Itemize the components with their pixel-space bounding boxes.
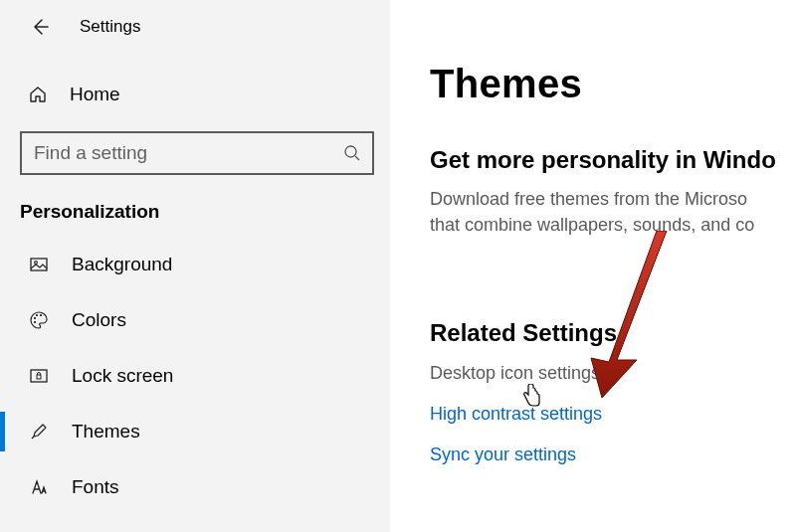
svg-rect-2 [31,259,47,270]
paintbrush-icon [28,422,50,442]
app-title: Settings [80,17,140,37]
sidebar-item-themes[interactable]: Themes [0,404,390,459]
sidebar-item-background[interactable]: Background [0,237,390,292]
svg-point-7 [34,321,36,323]
svg-rect-8 [31,370,47,382]
back-button[interactable] [28,15,52,39]
svg-point-3 [35,262,38,265]
svg-line-1 [355,156,359,160]
svg-point-5 [36,314,38,316]
svg-rect-9 [37,375,41,379]
sidebar-item-label: Fonts [72,476,119,498]
section-header: Personalization [0,175,390,237]
sidebar-item-lock-screen[interactable]: Lock screen [0,348,390,404]
sidebar-item-label: Themes [72,421,140,443]
svg-point-0 [345,146,356,157]
link-desktop-icon-settings[interactable]: Desktop icon settings [430,363,796,384]
palette-icon [28,310,50,330]
page-title: Themes [430,62,796,106]
store-description-line: that combine wallpapers, sounds, and co [430,212,796,238]
sidebar-item-label: Lock screen [72,365,173,387]
arrow-left-icon [30,17,50,37]
svg-point-4 [34,317,36,319]
main-content: Themes Get more personality in Windo Dow… [390,0,796,485]
link-high-contrast-settings[interactable]: High contrast settings [430,404,796,425]
font-icon [28,477,50,497]
sidebar: Settings Home Personalization Background… [0,0,390,532]
home-nav-item[interactable]: Home [0,72,390,117]
home-label: Home [70,84,120,105]
picture-icon [28,255,50,274]
search-icon [332,143,372,163]
search-input[interactable] [22,142,332,164]
sidebar-item-fonts[interactable]: Fonts [0,459,390,515]
link-sync-your-settings[interactable]: Sync your settings [430,444,796,465]
store-description-line: Download free themes from the Microso [430,186,796,212]
sidebar-item-label: Colors [72,309,126,331]
svg-point-6 [40,314,42,316]
store-heading: Get more personality in Windo [430,146,796,174]
search-box[interactable] [20,131,374,175]
home-icon [28,85,48,104]
lock-screen-icon [28,366,50,386]
related-settings-heading: Related Settings [430,319,796,347]
topbar: Settings [0,0,390,54]
sidebar-item-colors[interactable]: Colors [0,292,390,348]
sidebar-item-label: Background [72,254,172,275]
